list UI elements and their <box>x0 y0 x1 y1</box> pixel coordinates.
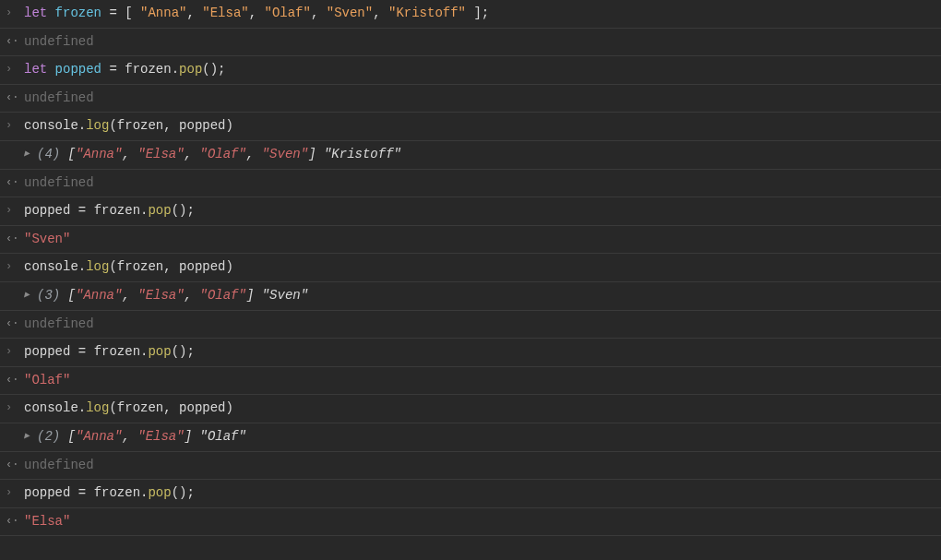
code-token: pop <box>148 344 171 359</box>
code-token: [ <box>68 429 76 444</box>
code-token: , <box>122 288 137 303</box>
console-log-row[interactable]: ▶(3) ["Anna", "Elsa", "Olaf"] "Sven" <box>0 282 941 311</box>
code-token: console <box>24 400 78 415</box>
code-token: (4) <box>37 147 68 161</box>
code-token: "Olaf" <box>265 6 311 20</box>
code-token <box>254 288 261 303</box>
code-token: popped <box>179 259 225 274</box>
code-token: (2) <box>37 429 68 444</box>
console-output-row: ‹·"Elsa" <box>0 508 941 537</box>
code-token: "Sven" <box>262 147 308 161</box>
console-log-list: ›let frozen = [ "Anna", "Elsa", "Olaf", … <box>0 0 941 536</box>
expand-triangle-icon[interactable]: ▶ <box>24 287 37 302</box>
result-value: "Elsa" <box>24 513 934 531</box>
code-token: "Sven" <box>24 232 70 246</box>
code-token: "Anna" <box>76 147 122 161</box>
code-token: "Elsa" <box>137 147 184 161</box>
code-token: , <box>185 288 200 303</box>
code-token: ( <box>109 118 116 133</box>
code-token: frozen <box>94 485 140 500</box>
code-token: popped <box>24 344 70 359</box>
console-input-row[interactable]: ›popped = frozen.pop(); <box>0 197 941 226</box>
code-token: ] <box>308 147 316 161</box>
code-token: "Sven" <box>262 288 308 303</box>
console-input-row[interactable]: ›console.log(frozen, popped) <box>0 113 941 141</box>
undefined-result: undefined <box>24 33 934 52</box>
code-token: "Olaf" <box>24 373 70 387</box>
console-output-row: ‹·undefined <box>0 311 941 340</box>
code-token: frozen <box>117 118 163 133</box>
console-output-row: ‹·undefined <box>0 170 941 198</box>
code-token: . <box>78 259 86 274</box>
code-token: . <box>78 118 86 133</box>
console-input-row[interactable]: ›console.log(frozen, popped) <box>0 395 941 423</box>
code-token: log <box>86 400 109 415</box>
code-token: (); <box>202 62 225 77</box>
code-token: , <box>163 400 179 415</box>
console-output-row: ‹·undefined <box>0 452 941 481</box>
code-token: log <box>86 118 109 133</box>
code-token: = [ <box>101 6 140 20</box>
code-token: , <box>163 118 179 133</box>
console-input-row[interactable]: ›popped = frozen.pop(); <box>0 480 941 508</box>
undefined-result: undefined <box>24 457 934 475</box>
code-token: , <box>122 429 137 444</box>
output-return-icon: ‹· <box>6 33 24 50</box>
output-return-icon: ‹· <box>6 174 24 191</box>
input-prompt-icon: › <box>6 202 24 219</box>
code-token: "Anna" <box>76 288 122 303</box>
undefined-result: undefined <box>24 174 934 193</box>
code-token: , <box>249 6 265 20</box>
code-token: = <box>70 203 93 218</box>
code-token: frozen <box>125 62 171 77</box>
code-token: ) <box>226 118 233 133</box>
code-token: , <box>185 147 200 161</box>
code-token: "Olaf" <box>199 288 245 303</box>
console-input-row[interactable]: ›let frozen = [ "Anna", "Elsa", "Olaf", … <box>0 0 941 29</box>
code-token: let <box>24 62 55 77</box>
code-token: "Olaf" <box>199 429 245 444</box>
output-return-icon: ‹· <box>6 89 24 106</box>
undefined-result: undefined <box>24 89 934 108</box>
input-prompt-icon: › <box>6 399 24 416</box>
input-prompt-icon: › <box>6 5 24 21</box>
code-line: console.log(frozen, popped) <box>24 258 934 277</box>
log-output: (2) ["Anna", "Elsa"] "Olaf" <box>37 428 934 447</box>
code-token: (); <box>172 203 195 218</box>
code-token: "Kristoff" <box>324 147 401 161</box>
output-return-icon: ‹· <box>6 513 24 530</box>
code-token: frozen <box>94 344 140 359</box>
code-line: popped = frozen.pop(); <box>24 202 934 220</box>
console-log-row[interactable]: ▶(2) ["Anna", "Elsa"] "Olaf" <box>0 423 941 452</box>
code-token: log <box>86 259 109 274</box>
code-token: . <box>172 62 179 77</box>
console-input-row[interactable]: ›popped = frozen.pop(); <box>0 339 941 367</box>
code-token: ( <box>109 400 116 415</box>
code-token: frozen <box>55 6 101 20</box>
code-token: , <box>246 147 262 161</box>
code-line: console.log(frozen, popped) <box>24 399 934 418</box>
expand-triangle-icon[interactable]: ▶ <box>24 428 37 443</box>
expand-triangle-icon[interactable]: ▶ <box>24 146 37 161</box>
code-token: popped <box>24 485 70 500</box>
code-token: pop <box>148 485 171 500</box>
code-token: "Kristoff" <box>388 6 466 20</box>
code-token: ]; <box>466 6 489 20</box>
code-token: pop <box>179 62 202 77</box>
console-input-row[interactable]: ›console.log(frozen, popped) <box>0 254 941 282</box>
output-return-icon: ‹· <box>6 316 24 332</box>
code-token: "Olaf" <box>199 147 245 161</box>
code-token: . <box>78 400 86 415</box>
code-token: , <box>311 6 327 20</box>
code-line: let popped = frozen.pop(); <box>24 61 934 79</box>
console-input-row[interactable]: ›let popped = frozen.pop(); <box>0 56 941 85</box>
code-token: "Anna" <box>76 429 122 444</box>
code-token: console <box>24 118 78 133</box>
log-output: (3) ["Anna", "Elsa", "Olaf"] "Sven" <box>37 287 934 305</box>
console-log-row[interactable]: ▶(4) ["Anna", "Elsa", "Olaf", "Sven"] "K… <box>0 141 941 170</box>
code-token: ( <box>109 259 116 274</box>
input-prompt-icon: › <box>6 484 24 501</box>
input-prompt-icon: › <box>6 61 24 77</box>
code-token: (3) <box>37 288 68 303</box>
code-token: , <box>163 259 179 274</box>
